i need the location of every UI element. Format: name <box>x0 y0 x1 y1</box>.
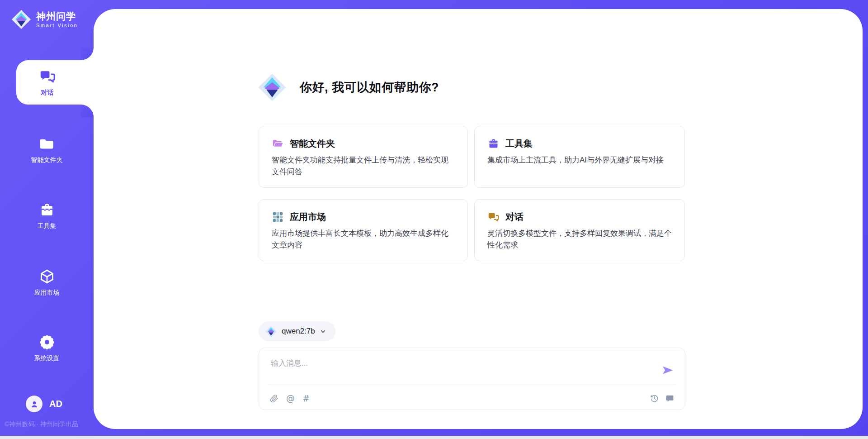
cube-icon <box>39 268 55 285</box>
history-icon[interactable] <box>650 394 659 403</box>
sidebar-footer: ©神州数码 · 神州问学出品 <box>5 420 78 429</box>
message-composer: @ # <box>259 348 685 410</box>
composer-divider <box>268 385 676 385</box>
sidebar-item-market[interactable]: 应用市场 <box>0 268 94 297</box>
main-panel: 你好, 我可以如何帮助你? 智能文件夹 智能文件夹功能支持批量文件上传与清洗，轻… <box>94 9 863 429</box>
chat-bubble-icon[interactable] <box>665 394 674 403</box>
sidebar-item-chat[interactable]: 对话 <box>16 60 94 105</box>
sidebar-item-folders[interactable]: 智能文件夹 <box>0 136 94 164</box>
sidebar-item-label: 系统设置 <box>34 354 60 363</box>
person-icon <box>29 399 39 409</box>
feature-cards: 智能文件夹 智能文件夹功能支持批量文件上传与清洗，轻松实现文件问答 工具集 集成… <box>259 126 685 261</box>
open-folder-icon <box>272 138 284 150</box>
chevron-down-icon <box>320 328 326 335</box>
sidebar-item-label: 智能文件夹 <box>31 156 63 164</box>
sidebar-item-label: 工具集 <box>38 222 57 230</box>
card-app-market[interactable]: 应用市场 应用市场提供丰富长文本模板，助力高效生成多样化文章内容 <box>259 199 468 261</box>
user-account[interactable]: AD <box>26 396 62 412</box>
card-toolset[interactable]: 工具集 集成市场上主流工具，助力AI与外界无缝扩展与对接 <box>474 126 685 188</box>
folder-icon <box>39 136 55 152</box>
mention-icon[interactable]: @ <box>286 394 295 403</box>
logo-diamond-icon <box>265 325 277 338</box>
brand-name: 神州问学 <box>36 11 78 21</box>
tab-fillet-bottom <box>81 105 94 117</box>
card-description: 集成市场上主流工具，助力AI与外界无缝扩展与对接 <box>487 154 672 166</box>
card-title: 智能文件夹 <box>290 138 335 150</box>
attach-icon[interactable] <box>270 394 278 403</box>
model-selector[interactable]: qwen2:7b <box>259 321 335 341</box>
sidebar-item-label: 对话 <box>41 89 54 97</box>
window-bottom-edge <box>0 436 868 439</box>
sidebar-item-tools[interactable]: 工具集 <box>0 202 94 230</box>
briefcase-icon <box>487 138 500 150</box>
sidebar: 神州问学 Smart Vision 对话 智能文件夹 工具集 <box>0 0 94 439</box>
tab-fillet-top <box>81 48 94 60</box>
card-title: 应用市场 <box>290 211 326 223</box>
briefcase-icon <box>39 202 55 218</box>
greeting: 你好, 我可以如何帮助你? <box>257 72 439 102</box>
card-description: 灵活切换多模型文件，支持多样回复效果调试，满足个性化需求 <box>487 228 672 251</box>
brand-subtitle: Smart Vision <box>36 23 78 28</box>
sidebar-item-label: 应用市场 <box>34 289 60 297</box>
card-description: 智能文件夹功能支持批量文件上传与清洗，轻松实现文件问答 <box>272 154 455 177</box>
greeting-title: 你好, 我可以如何帮助你? <box>300 79 439 95</box>
chat-icon <box>487 211 500 223</box>
hash-icon[interactable]: # <box>302 394 310 403</box>
gear-icon <box>39 334 55 350</box>
card-title: 工具集 <box>505 138 533 150</box>
grid-icon <box>272 211 284 223</box>
model-name: qwen2:7b <box>282 327 315 336</box>
logo-diamond-icon <box>257 72 287 102</box>
brand: 神州问学 Smart Vision <box>11 9 78 30</box>
card-description: 应用市场提供丰富长文本模板，助力高效生成多样化文章内容 <box>272 228 455 251</box>
avatar <box>26 396 42 412</box>
card-chat[interactable]: 对话 灵活切换多模型文件，支持多样回复效果调试，满足个性化需求 <box>474 199 685 261</box>
logo-diamond-icon <box>11 9 32 30</box>
chat-icon <box>39 68 56 85</box>
user-initials: AD <box>49 399 62 409</box>
card-title: 对话 <box>505 211 524 223</box>
sidebar-item-settings[interactable]: 系统设置 <box>0 334 94 363</box>
card-smart-folders[interactable]: 智能文件夹 智能文件夹功能支持批量文件上传与清洗，轻松实现文件问答 <box>259 126 468 188</box>
send-icon[interactable] <box>661 363 675 377</box>
message-input[interactable] <box>271 358 651 381</box>
